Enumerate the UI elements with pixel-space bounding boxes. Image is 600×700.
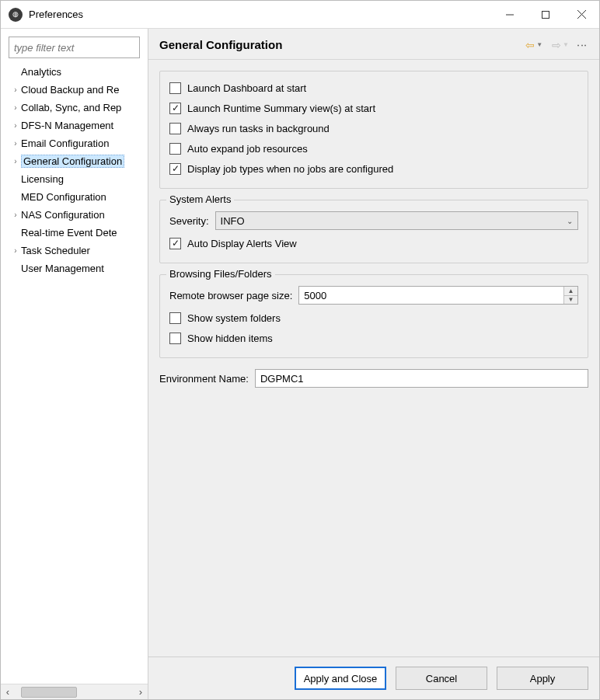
chevron-right-icon: ›	[10, 211, 21, 219]
sidebar-horizontal-scrollbar[interactable]: ‹ ›	[1, 684, 148, 699]
chevron-right-icon: ›	[10, 246, 21, 255]
minimize-button[interactable]	[492, 1, 528, 29]
sidebar-item-label: Email Configuration	[21, 138, 109, 149]
sidebar-item[interactable]: Licensing	[5, 170, 148, 188]
scrollbar-thumb[interactable]	[21, 687, 77, 698]
severity-select[interactable]: INFO ⌄	[215, 211, 578, 230]
preferences-window: ◍ Preferences Analytics›Cloud Backup and…	[0, 0, 600, 700]
sidebar-item-label: Real-time Event Dete	[10, 227, 117, 239]
arrow-forward-icon: ⇨	[552, 39, 561, 51]
page-size-label: Remote browser page size:	[169, 290, 292, 301]
chevron-right-icon: ›	[10, 85, 21, 94]
environment-row: Environment Name:	[159, 369, 588, 388]
scroll-left-icon[interactable]: ‹	[1, 685, 15, 699]
sidebar-item[interactable]: ›Task Scheduler	[5, 242, 148, 259]
sidebar-item[interactable]: ›DFS-N Management	[5, 117, 148, 134]
severity-label: Severity:	[169, 215, 209, 227]
always-background-label: Always run tasks in background	[187, 123, 330, 134]
show-hidden-items-checkbox[interactable]	[169, 333, 181, 344]
launch-runtime-summary-checkbox[interactable]	[169, 103, 181, 114]
main-panel: General Configuration ⇦ ▼ ⇨ ▼ ⋮	[148, 29, 599, 699]
page-size-value: 5000	[304, 290, 563, 301]
cancel-button[interactable]: Cancel	[396, 667, 487, 690]
system-alerts-legend: System Alerts	[166, 193, 234, 205]
chevron-right-icon: ›	[10, 139, 21, 148]
chevron-right-icon: ›	[10, 103, 21, 112]
close-icon	[577, 10, 586, 19]
client-area: Analytics›Cloud Backup and Re›Collab, Sy…	[1, 29, 599, 699]
apply-button[interactable]: Apply	[497, 667, 588, 690]
minimize-icon	[506, 11, 514, 19]
scroll-right-icon[interactable]: ›	[134, 685, 148, 699]
view-menu-button[interactable]: ⋮	[574, 39, 591, 50]
sidebar-item-label: NAS Configuration	[21, 209, 105, 221]
sidebar-item[interactable]: ›NAS Configuration	[5, 206, 148, 224]
sidebar: Analytics›Cloud Backup and Re›Collab, Sy…	[1, 29, 148, 699]
chevron-down-icon: ▼	[563, 41, 569, 48]
browsing-group: Browsing Files/Folders Remote browser pa…	[159, 274, 588, 358]
chevron-right-icon: ›	[10, 157, 21, 165]
auto-display-alerts-checkbox[interactable]	[169, 238, 181, 249]
auto-expand-resources-checkbox[interactable]	[169, 143, 181, 155]
filter-input[interactable]	[9, 37, 140, 58]
button-bar: Apply and Close Cancel Apply	[148, 656, 599, 699]
always-background-checkbox[interactable]	[169, 123, 181, 134]
sidebar-item[interactable]: ›Collab, Sync, and Rep	[5, 99, 148, 117]
maximize-button[interactable]	[528, 1, 563, 29]
sidebar-item-label: Cloud Backup and Re	[21, 84, 119, 96]
close-button[interactable]	[563, 1, 599, 29]
apply-and-close-button[interactable]: Apply and Close	[295, 667, 386, 690]
environment-label: Environment Name:	[159, 373, 249, 385]
display-job-types-checkbox[interactable]	[169, 163, 181, 175]
sidebar-item-label: Analytics	[10, 66, 61, 78]
kebab-icon: ⋮	[577, 40, 588, 49]
sidebar-item-label: General Configuration	[21, 155, 124, 168]
nav-forward-button[interactable]: ⇨ ▼	[547, 39, 574, 51]
titlebar: ◍ Preferences	[1, 1, 599, 29]
show-system-folders-checkbox[interactable]	[169, 312, 181, 324]
sidebar-item-label: User Management	[10, 263, 104, 274]
sidebar-item[interactable]: Real-time Event Dete	[5, 224, 148, 242]
sidebar-item[interactable]: Analytics	[5, 63, 148, 81]
spinner-down-icon[interactable]: ▼	[564, 295, 577, 305]
sidebar-item[interactable]: ›General Configuration	[5, 152, 148, 170]
sidebar-item-label: Collab, Sync, and Rep	[21, 102, 121, 113]
environment-name-input[interactable]	[255, 369, 588, 388]
launch-dashboard-label: Launch Dashboard at start	[187, 82, 306, 94]
launch-dashboard-checkbox[interactable]	[169, 82, 181, 94]
severity-value: INFO	[221, 215, 245, 227]
sidebar-item[interactable]: MED Configuration	[5, 188, 148, 206]
chevron-right-icon: ›	[10, 121, 21, 130]
show-system-folders-label: Show system folders	[187, 312, 281, 324]
main-body: Launch Dashboard at start Launch Runtime…	[148, 60, 599, 656]
browsing-legend: Browsing Files/Folders	[166, 268, 275, 280]
show-hidden-items-label: Show hidden items	[187, 333, 273, 344]
general-options-group: Launch Dashboard at start Launch Runtime…	[159, 71, 588, 189]
maximize-icon	[542, 11, 549, 19]
app-icon: ◍	[9, 8, 23, 22]
nav-list: Analytics›Cloud Backup and Re›Collab, Sy…	[1, 63, 148, 684]
sidebar-item[interactable]: ›Cloud Backup and Re	[5, 81, 148, 99]
auto-display-alerts-label: Auto Display Alerts View	[187, 238, 297, 249]
sidebar-item[interactable]: ›Email Configuration	[5, 134, 148, 152]
page-title: General Configuration	[159, 38, 282, 51]
chevron-down-icon: ▼	[536, 41, 542, 48]
display-job-types-label: Display job types when no jobs are confi…	[187, 163, 393, 175]
svg-rect-1	[542, 11, 549, 18]
window-title: Preferences	[29, 9, 83, 20]
page-size-spinner[interactable]: 5000 ▲ ▼	[298, 286, 578, 305]
arrow-back-icon: ⇦	[525, 39, 535, 51]
sidebar-item[interactable]: User Management	[5, 259, 148, 277]
sidebar-item-label: Task Scheduler	[21, 245, 90, 256]
auto-expand-resources-label: Auto expand job resources	[187, 143, 308, 155]
launch-runtime-summary-label: Launch Runtime Summary view(s) at start	[187, 103, 375, 114]
system-alerts-group: System Alerts Severity: INFO ⌄ Auto Disp…	[159, 200, 588, 263]
sidebar-item-label: MED Configuration	[10, 191, 106, 203]
main-header: General Configuration ⇦ ▼ ⇨ ▼ ⋮	[148, 29, 599, 60]
chevron-down-icon: ⌄	[567, 217, 573, 225]
sidebar-item-label: DFS-N Management	[21, 120, 113, 131]
spinner-up-icon[interactable]: ▲	[564, 287, 577, 295]
sidebar-item-label: Licensing	[10, 173, 64, 185]
nav-back-button[interactable]: ⇦ ▼	[521, 39, 547, 51]
